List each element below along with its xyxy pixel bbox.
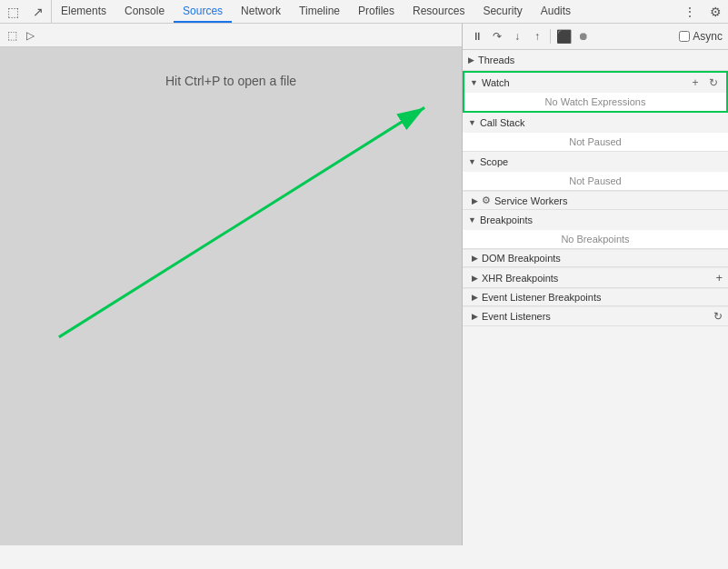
dom-breakpoints-triangle: ▶ [472, 254, 478, 263]
xhr-breakpoints-title: XHR Breakpoints [482, 273, 558, 284]
event-listeners-refresh-button[interactable]: ↻ [713, 310, 723, 323]
async-checkbox-label[interactable]: Async [679, 30, 723, 43]
tab-security[interactable]: Security [474, 0, 531, 23]
event-listener-breakpoints-section: ▶ Event Listener Breakpoints [463, 288, 728, 306]
dock-icon[interactable]: ⬚ [0, 0, 25, 24]
async-checkbox[interactable] [679, 31, 690, 42]
event-listener-breakpoints-header[interactable]: ▶ Event Listener Breakpoints [463, 288, 728, 305]
event-listeners-header[interactable]: ▶ Event Listeners ↻ [463, 306, 728, 325]
breakpoints-header[interactable]: ▼ Breakpoints [463, 210, 728, 230]
scope-triangle: ▼ [468, 157, 476, 166]
navigator-toggle-icon[interactable]: ⬚ [4, 27, 20, 44]
left-toolbar: ⬚ ▷ [0, 24, 462, 47]
event-listener-breakpoints-triangle: ▶ [472, 293, 478, 302]
watch-refresh-button[interactable]: ↻ [706, 75, 721, 90]
watch-title: Watch [482, 77, 688, 88]
scope-section: ▼ Scope Not Paused [463, 152, 728, 191]
left-panel: ⬚ ▷ Hit Ctrl+P to open a file [0, 24, 463, 545]
event-listeners-title: Event Listeners [482, 311, 551, 322]
service-workers-title: Service Workers [494, 195, 567, 206]
watch-add-button[interactable]: + [688, 75, 703, 90]
call-stack-section: ▼ Call Stack Not Paused [463, 113, 728, 152]
dom-breakpoints-title: DOM Breakpoints [482, 253, 561, 264]
breakpoints-title: Breakpoints [480, 215, 723, 225]
deactivate-breakpoints-button[interactable]: ⬛ [554, 27, 573, 45]
dom-breakpoints-header[interactable]: ▶ DOM Breakpoints [463, 249, 728, 266]
dom-breakpoints-section: ▶ DOM Breakpoints [463, 249, 728, 267]
xhr-breakpoints-triangle: ▶ [472, 274, 478, 283]
watch-no-expressions: No Watch Expressions [464, 93, 726, 111]
pause-button[interactable]: ⏸ [468, 27, 486, 45]
threads-header[interactable]: ▶ Threads [463, 50, 728, 70]
inspect-icon[interactable]: ↗ [25, 0, 51, 24]
xhr-breakpoints-header[interactable]: ▶ XHR Breakpoints + [463, 267, 728, 287]
service-workers-section: ▶ ⚙ Service Workers [463, 191, 728, 210]
threads-title: Threads [478, 55, 723, 65]
scope-header[interactable]: ▼ Scope [463, 152, 728, 172]
event-listeners-section: ▶ Event Listeners ↻ [463, 306, 728, 326]
threads-section: ▶ Threads [463, 50, 728, 71]
xhr-breakpoints-section: ▶ XHR Breakpoints + [463, 267, 728, 288]
svg-line-1 [59, 107, 424, 337]
tab-sources[interactable]: Sources [174, 0, 232, 23]
settings-icon[interactable]: ⚙ [703, 0, 728, 24]
right-panel: ⏸ ↷ ↓ ↑ ⬛ ⏺ Async ▶ Threads ▼ Watch [463, 24, 728, 545]
topbar: ⬚ ↗ Elements Console Sources Network Tim… [0, 0, 728, 24]
tab-elements[interactable]: Elements [52, 0, 115, 23]
event-listener-breakpoints-title: Event Listener Breakpoints [482, 292, 601, 303]
scope-not-paused: Not Paused [463, 172, 728, 190]
tab-resources[interactable]: Resources [404, 0, 474, 23]
service-workers-triangle: ▶ [472, 196, 478, 205]
event-listeners-triangle: ▶ [472, 312, 478, 321]
debug-toolbar: ⏸ ↷ ↓ ↑ ⬛ ⏺ Async [463, 24, 728, 50]
call-stack-triangle: ▼ [468, 118, 476, 127]
open-file-hint: Hit Ctrl+P to open a file [165, 74, 296, 88]
call-stack-header[interactable]: ▼ Call Stack [463, 113, 728, 133]
expand-icon[interactable]: ▷ [22, 27, 38, 44]
watch-actions: + ↻ [688, 75, 721, 90]
pause-on-exceptions-button[interactable]: ⏺ [574, 27, 593, 45]
scope-title: Scope [480, 156, 723, 167]
watch-section: ▼ Watch + ↻ No Watch Expressions [463, 71, 728, 113]
step-into-button[interactable]: ↓ [508, 27, 526, 45]
main-area: ⬚ ▷ Hit Ctrl+P to open a file ⏸ ↷ ↓ ↑ ⬛ … [0, 24, 728, 545]
xhr-add-button[interactable]: + [715, 271, 723, 284]
step-over-button[interactable]: ↷ [488, 27, 506, 45]
tab-timeline[interactable]: Timeline [290, 0, 349, 23]
breakpoints-triangle: ▼ [468, 215, 476, 225]
tab-console[interactable]: Console [115, 0, 174, 23]
watch-header[interactable]: ▼ Watch + ↻ [464, 73, 726, 93]
call-stack-title: Call Stack [480, 117, 723, 128]
threads-triangle: ▶ [468, 55, 474, 65]
service-workers-header[interactable]: ▶ ⚙ Service Workers [463, 191, 728, 209]
arrow-svg [0, 24, 462, 545]
no-breakpoints-text: No Breakpoints [463, 230, 728, 248]
more-tabs-icon[interactable]: ⋮ [677, 0, 703, 24]
watch-triangle: ▼ [470, 78, 478, 87]
async-label-text: Async [693, 30, 723, 43]
tab-profiles[interactable]: Profiles [349, 0, 404, 23]
tab-audits[interactable]: Audits [532, 0, 580, 23]
call-stack-not-paused: Not Paused [463, 133, 728, 151]
service-workers-icon: ⚙ [482, 195, 491, 206]
step-out-button[interactable]: ↑ [528, 27, 546, 45]
breakpoints-section: ▼ Breakpoints No Breakpoints [463, 210, 728, 249]
tab-network[interactable]: Network [232, 0, 290, 23]
